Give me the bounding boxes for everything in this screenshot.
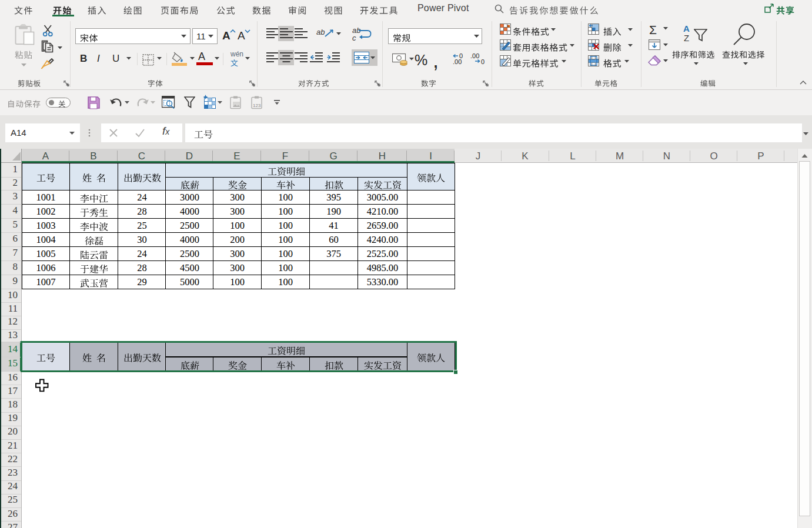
svg-text:.00: .00 bbox=[453, 58, 462, 65]
svg-text:0: 0 bbox=[481, 58, 484, 65]
svg-text:.00: .00 bbox=[470, 53, 479, 59]
svg-text:123: 123 bbox=[253, 103, 261, 108]
